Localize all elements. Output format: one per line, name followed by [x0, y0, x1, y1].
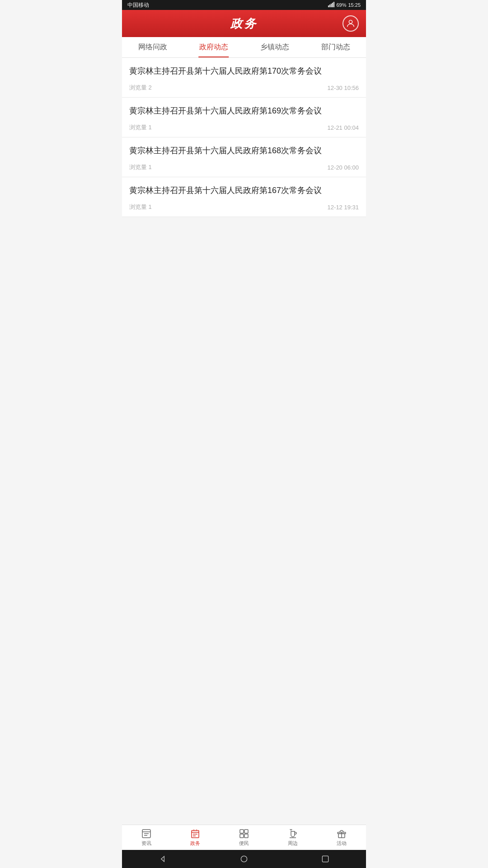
- header: 政务: [122, 10, 366, 37]
- signal-icon: [328, 2, 334, 8]
- svg-rect-2: [331, 4, 332, 7]
- tab-navigation: 网络问政 政府动态 乡镇动态 部门动态: [122, 37, 366, 58]
- status-icons: 69% 15:25: [328, 2, 361, 8]
- article-title: 黄宗林主持召开县第十六届人民政府第167次常务会议: [129, 184, 359, 197]
- article-item[interactable]: 黄宗林主持召开县第十六届人民政府第168次常务会议 浏览量 1 12-20 06…: [122, 137, 366, 177]
- svg-rect-0: [328, 5, 329, 7]
- article-views: 浏览量 1: [129, 123, 152, 132]
- article-meta: 浏览量 2 12-30 10:56: [129, 84, 359, 92]
- user-avatar-button[interactable]: [343, 15, 359, 32]
- svg-rect-4: [333, 2, 334, 7]
- time-label: 15:25: [348, 2, 361, 8]
- article-date: 12-20 06:00: [328, 164, 359, 171]
- carrier-label: 中国移动: [127, 1, 149, 9]
- tab-zfdt[interactable]: 政府动态: [183, 37, 244, 57]
- article-title: 黄宗林主持召开县第十六届人民政府第169次常务会议: [129, 105, 359, 117]
- article-views: 浏览量 2: [129, 84, 152, 92]
- page-title: 政务: [230, 16, 258, 32]
- article-item[interactable]: 黄宗林主持召开县第十六届人民政府第170次常务会议 浏览量 2 12-30 10…: [122, 58, 366, 98]
- svg-point-5: [349, 20, 352, 24]
- tab-xzdt[interactable]: 乡镇动态: [244, 37, 305, 57]
- article-date: 12-30 10:56: [328, 85, 359, 91]
- article-date: 12-21 00:04: [328, 124, 359, 131]
- status-bar: 中国移动 69% 15:25: [122, 0, 366, 10]
- article-meta: 浏览量 1 12-21 00:04: [129, 123, 359, 132]
- article-list: 黄宗林主持召开县第十六届人民政府第170次常务会议 浏览量 2 12-30 10…: [122, 58, 366, 217]
- battery-label: 69%: [336, 2, 346, 8]
- tab-bmdt[interactable]: 部门动态: [305, 37, 366, 57]
- article-meta: 浏览量 1 12-12 19:31: [129, 203, 359, 211]
- svg-rect-3: [332, 3, 333, 7]
- article-meta: 浏览量 1 12-20 06:00: [129, 163, 359, 171]
- tab-wlwz[interactable]: 网络问政: [122, 37, 183, 57]
- article-title: 黄宗林主持召开县第十六届人民政府第168次常务会议: [129, 145, 359, 157]
- article-date: 12-12 19:31: [328, 204, 359, 211]
- article-views: 浏览量 1: [129, 203, 152, 211]
- article-title: 黄宗林主持召开县第十六届人民政府第170次常务会议: [129, 65, 359, 77]
- article-views: 浏览量 1: [129, 163, 152, 171]
- article-item[interactable]: 黄宗林主持召开县第十六届人民政府第167次常务会议 浏览量 1 12-12 19…: [122, 177, 366, 217]
- svg-rect-1: [329, 5, 330, 7]
- article-item[interactable]: 黄宗林主持召开县第十六届人民政府第169次常务会议 浏览量 1 12-21 00…: [122, 98, 366, 137]
